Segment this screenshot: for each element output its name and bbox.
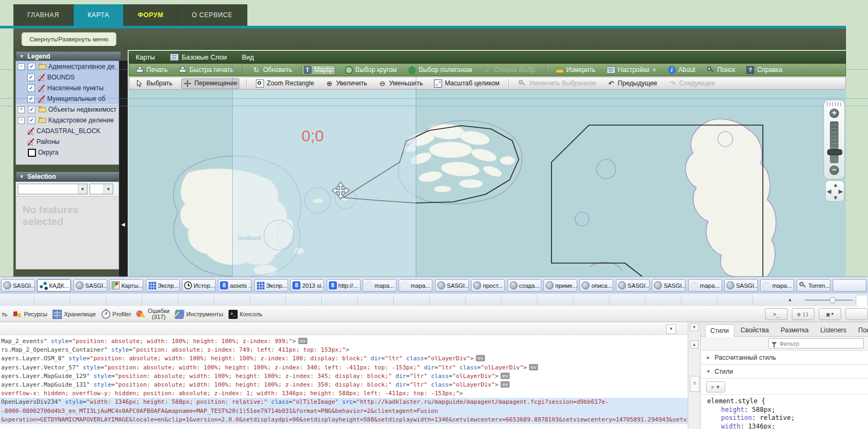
tab-main[interactable]: ГЛАВНАЯ [13, 4, 73, 26]
taskbar-button[interactable]: mapa... [363, 279, 396, 292]
layer-row[interactable]: Районы [16, 136, 119, 147]
expand-icon[interactable]: + [18, 106, 25, 113]
css-property-name[interactable]: position [721, 414, 760, 421]
collapse-icon[interactable]: − [18, 63, 25, 70]
devtools-splitter[interactable]: ▼ ▲ ≡ [688, 322, 701, 429]
rule-view-options-button[interactable]: ≡▼ [706, 381, 725, 392]
style-filter-input[interactable]: Фильтр [768, 338, 864, 348]
map-canvas[interactable]: 0;0 Svalbard [129, 90, 846, 277]
selection-page-select[interactable]: ▼ [90, 184, 113, 194]
layer-row[interactable]: Округа [16, 147, 119, 158]
zoom-out-map-button[interactable]: − [829, 165, 839, 175]
selection-layer-select[interactable]: ▼ [18, 184, 87, 194]
taskbar-button[interactable]: SASGI... [616, 279, 650, 292]
css-property-value[interactable]: 1346px [748, 423, 776, 429]
layer-group-row[interactable]: + ✓ Объекты недвижимост [16, 104, 119, 115]
collapse-menu-button[interactable]: Свернуть/Развернуть меню [21, 32, 116, 46]
menu-base-layers[interactable]: Базовые Слои [170, 54, 227, 61]
css-property-value[interactable]: 588px [752, 406, 775, 413]
event-badge[interactable]: ev [501, 373, 510, 379]
tab-layout[interactable]: Разметка [775, 324, 814, 336]
scroll-up-icon[interactable]: ▲ [788, 297, 792, 302]
taskbar-button[interactable]: SASGI... [652, 279, 686, 292]
next-view-button[interactable]: ↷Следующее [666, 78, 717, 89]
pan-up-icon[interactable]: ▲ [833, 181, 838, 188]
taskbar-button[interactable]: mapa... [399, 279, 432, 292]
pan-right-icon[interactable]: ▶ [838, 188, 843, 195]
refresh-button[interactable]: ↻Обновить [250, 65, 294, 75]
partial-panel-label[interactable]: ть [2, 311, 8, 317]
help-button[interactable]: ?Справка [744, 65, 784, 75]
code-line[interactable]: OpenLayersDiv234" style="width: 1346px; … [0, 398, 688, 406]
taskbar-button[interactable]: описа... [579, 279, 613, 292]
layer-row[interactable]: CADASTRAL_BLOCK [16, 126, 119, 136]
tab-map[interactable]: КАРТА [73, 4, 123, 26]
zoom-full-extent-button[interactable]: ⤢Масштаб целиком [432, 78, 502, 89]
taskbar-button[interactable]: mapa... [688, 279, 722, 292]
taskbar-button[interactable]: КАДК... [37, 279, 71, 292]
clear-selection-button[interactable]: ✓Отмена Выбр. [481, 65, 539, 75]
computed-style-section[interactable]: ► Рассчитанный стиль [701, 351, 868, 365]
zoom-to-selection-button[interactable]: Увеличить Выбранное [516, 78, 598, 89]
select-tool-button[interactable]: Выбрать [134, 78, 174, 89]
css-property-value[interactable]: relative [760, 414, 795, 421]
layer-row[interactable]: ✓ BOUNDS [16, 72, 119, 83]
zoom-slider-track[interactable] [830, 121, 838, 163]
taskbar-button[interactable]: mapa... [760, 279, 794, 292]
taskbar-button[interactable]: созда... [507, 279, 541, 292]
event-badge[interactable]: ev [501, 381, 510, 388]
layer-checkbox[interactable]: ✓ [27, 74, 35, 81]
element-style-rule[interactable]: element.style { height588px positionrela… [707, 397, 795, 429]
quick-print-button[interactable]: Быстра печать [176, 65, 236, 75]
taskbar-button[interactable]: SASGI... [73, 279, 107, 292]
panel-profiler[interactable]: Profiler [101, 310, 131, 319]
layer-checkbox[interactable]: ✓ [28, 117, 35, 124]
search-button[interactable]: Поиск [704, 65, 737, 75]
taskbar-button[interactable]: 8assets ... [218, 279, 252, 292]
layer-group-row[interactable]: − ✓ Кадастровое деление [16, 115, 119, 126]
collapse-icon[interactable]: − [18, 117, 25, 124]
taskbar-button[interactable]: 8http://... [327, 279, 361, 292]
taskbar-button[interactable]: Экспр... [146, 279, 180, 292]
panel-console[interactable]: >_Консоль [229, 310, 262, 319]
layer-group-row[interactable]: − ✓ Административное де. [16, 61, 119, 72]
taskbar-button[interactable]: приме... [543, 279, 577, 292]
tab-search[interactable]: Поиск [853, 324, 868, 336]
collapse-down-icon[interactable]: ▼ [690, 323, 698, 331]
taskbar-button[interactable]: Экспр... [254, 279, 288, 292]
collapse-up-icon[interactable]: ▲ [690, 340, 698, 348]
zoom-slider-thumb[interactable] [827, 149, 842, 155]
event-badge[interactable]: ev [298, 338, 307, 344]
event-badge[interactable]: ev [529, 364, 538, 370]
layer-checkbox[interactable]: ✓ [27, 95, 35, 103]
tab-about-service[interactable]: О СЕРВИСЕ [178, 4, 247, 26]
layer-row[interactable]: ✓ Муниципальные об [16, 93, 119, 104]
measure-button[interactable]: Измерить [554, 65, 598, 75]
zoom-out-button[interactable]: ⊖Уменьшить [376, 78, 425, 89]
zoom-in-button[interactable]: ⊕Увеличить [323, 78, 369, 89]
dropdown-icon[interactable]: ▼ [666, 324, 676, 334]
code-line[interactable]: rs.Map_2_OpenLayers_Container" style="po… [1, 346, 688, 354]
pan-tool-button[interactable]: Перемещение [181, 78, 239, 89]
panel-errors[interactable]: Ошибки(317) [136, 308, 170, 320]
taskbar-button[interactable]: SASGI... [435, 279, 469, 292]
layer-checkbox[interactable]: ✓ [28, 106, 35, 113]
panel-resources[interactable]: Ресурсы [13, 310, 47, 319]
select-polygon-button[interactable]: Выбор полигоном [406, 65, 474, 75]
pan-down-icon[interactable]: ▼ [833, 194, 838, 201]
sidebar-splitter[interactable]: ◀ [119, 61, 128, 277]
collapse-arrow-icon[interactable]: ◀ [121, 222, 125, 227]
code-line[interactable]: -8000-08002700d4b3_en_MTI3LjAuMC4x0AFC0A… [0, 407, 688, 416]
pan-left-icon[interactable]: ◀ [827, 188, 831, 195]
code-line[interactable]: ayers.Layer.Vector_57" style="position: … [1, 363, 688, 372]
code-line[interactable]: ayers.Layer.MapGuide_129" style="positio… [1, 372, 688, 381]
settings-button[interactable]: Настройки▼ [605, 65, 659, 75]
menu-maps[interactable]: Карты [136, 54, 155, 61]
devtools-settings-button[interactable]: ⚙⟩⟩ [792, 308, 814, 320]
css-property-name[interactable]: height [721, 406, 752, 413]
code-line[interactable]: ayers.Layer.MapGuide_131" style="positio… [1, 381, 688, 389]
taskbar-button[interactable]: SASGI... [724, 279, 758, 292]
css-property-name[interactable]: width [721, 423, 748, 429]
tabstrip-box[interactable] [856, 295, 868, 307]
code-line[interactable]: Map_2_events" style="position: absolute;… [1, 337, 688, 346]
